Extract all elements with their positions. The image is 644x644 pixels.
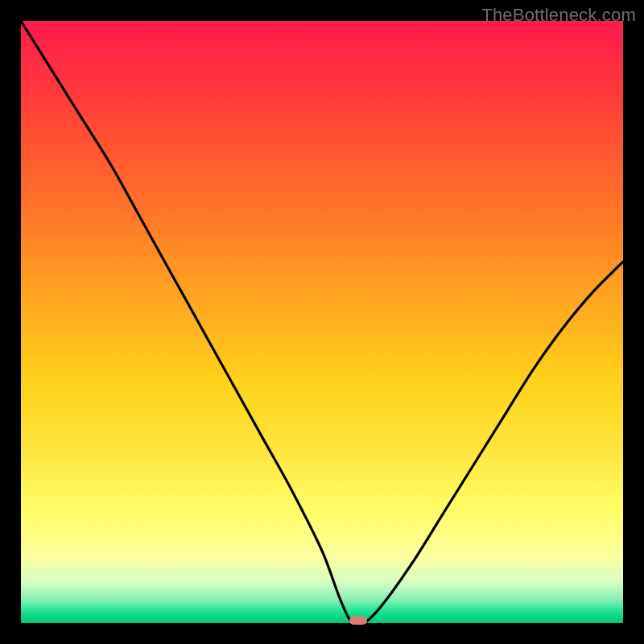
chart-frame: TheBottleneck.com	[0, 0, 644, 644]
watermark-text: TheBottleneck.com	[481, 5, 636, 26]
plot-area	[21, 21, 623, 623]
bottleneck-curve	[21, 21, 623, 623]
optimal-marker	[349, 617, 367, 625]
